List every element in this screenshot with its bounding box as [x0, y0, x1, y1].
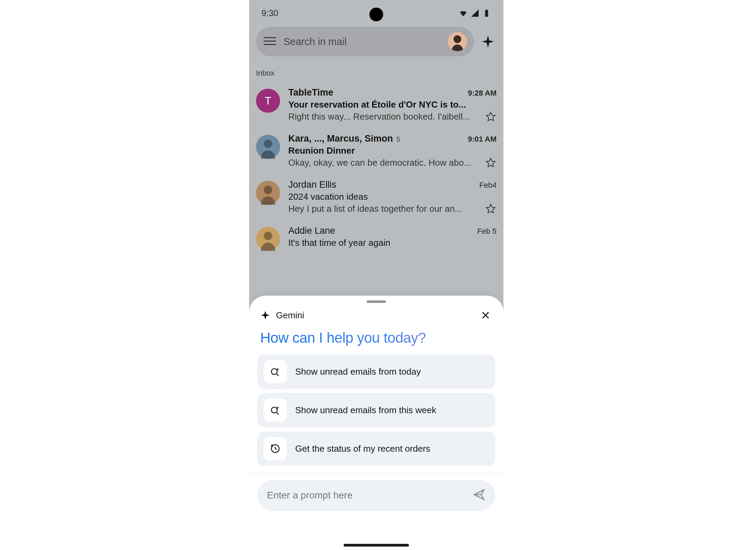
gemini-sparkle-button[interactable]	[479, 33, 497, 50]
email-subject: 2024 vacation ideas	[288, 191, 497, 202]
suggestion-row[interactable]: Get the status of my recent orders	[257, 431, 495, 466]
email-row[interactable]: TTableTime9:28 AMYour reservation at Éto…	[249, 82, 503, 128]
close-button[interactable]	[479, 308, 492, 322]
status-time: 9:30	[262, 8, 278, 18]
star-icon	[485, 157, 497, 168]
email-row[interactable]: Addie LaneFeb 5It's that time of year ag…	[249, 220, 503, 256]
email-sender: TableTime	[288, 87, 333, 98]
sender-avatar[interactable]	[256, 135, 280, 159]
email-snippet: Hey I put a list of ideas together for o…	[288, 204, 481, 214]
star-icon	[485, 111, 497, 122]
status-bar: 9:30	[249, 0, 503, 21]
email-subject: Your reservation at Étoile d'Or NYC is t…	[288, 99, 497, 110]
suggestion-label: Show unread emails from today	[295, 366, 421, 377]
prompt-input-row[interactable]	[257, 480, 495, 511]
nav-gesture-bar[interactable]	[344, 544, 409, 547]
divider	[249, 473, 503, 474]
account-avatar[interactable]	[448, 32, 467, 51]
email-time: 9:01 AM	[468, 135, 497, 144]
suggestion-row[interactable]: Show unread emails from today	[257, 354, 495, 389]
phone-frame: 9:30 Search in mail Inbox TTableT	[249, 0, 503, 550]
email-time: Feb 5	[477, 227, 497, 236]
email-row[interactable]: Kara, ..., Marcus, Simon59:01 AMReunion …	[249, 128, 503, 174]
email-sender: Addie Lane	[288, 226, 335, 236]
svg-point-7	[264, 232, 273, 240]
suggestion-label: Show unread emails from this week	[295, 405, 436, 416]
sheet-header: Gemini	[257, 308, 495, 322]
email-time: Feb4	[479, 181, 497, 190]
star-button[interactable]	[485, 111, 497, 122]
sender-avatar[interactable]: T	[256, 89, 280, 113]
sender-avatar[interactable]	[256, 181, 280, 205]
wifi-icon	[459, 9, 468, 18]
clock-refresh-icon	[264, 437, 287, 460]
sheet-title: How can I help you today?	[260, 330, 492, 346]
hamburger-menu-icon[interactable]	[263, 35, 277, 48]
svg-point-9	[271, 407, 277, 413]
cell-signal-icon	[470, 9, 479, 18]
search-bar[interactable]: Search in mail	[256, 27, 474, 56]
star-icon	[485, 203, 497, 214]
prompt-input[interactable]	[267, 490, 466, 501]
email-row[interactable]: Jordan EllisFeb42024 vacation ideasHey I…	[249, 174, 503, 220]
sparkle-icon	[260, 310, 270, 320]
svg-point-1	[454, 35, 461, 43]
email-subject: Reunion Dinner	[288, 145, 497, 156]
battery-icon	[482, 9, 491, 18]
section-label: Inbox	[249, 61, 503, 82]
email-list: TTableTime9:28 AMYour reservation at Éto…	[249, 82, 503, 256]
search-placeholder: Search in mail	[284, 36, 441, 47]
suggestion-list: Show unread emails from todayShow unread…	[257, 354, 495, 466]
thread-count: 5	[397, 135, 400, 143]
sender-avatar[interactable]	[256, 227, 280, 251]
camera-punchhole	[369, 8, 383, 21]
close-icon	[480, 310, 491, 320]
email-sender: Jordan Ellis	[288, 179, 336, 190]
svg-point-3	[264, 140, 273, 148]
sheet-drag-handle[interactable]	[367, 300, 386, 303]
search-sparkle-icon	[264, 360, 287, 383]
email-snippet: Right this way... Reservation booked. I'…	[288, 111, 481, 122]
svg-point-5	[264, 186, 273, 194]
status-right	[459, 9, 491, 18]
suggestion-label: Get the status of my recent orders	[295, 443, 430, 454]
suggestion-row[interactable]: Show unread emails from this week	[257, 393, 495, 427]
send-button[interactable]	[472, 488, 486, 503]
send-icon	[472, 488, 486, 501]
gemini-bottom-sheet: Gemini How can I help you today? Show un…	[249, 296, 503, 550]
email-snippet: Okay, okay, we can be democratic. How ab…	[288, 157, 481, 168]
email-subject: It's that time of year again	[288, 238, 497, 248]
svg-point-8	[271, 369, 277, 375]
star-button[interactable]	[485, 157, 497, 168]
search-row: Search in mail	[249, 21, 503, 61]
email-sender: Kara, ..., Marcus, Simon5	[288, 133, 400, 144]
search-sparkle-icon	[264, 398, 287, 422]
sheet-brand-label: Gemini	[276, 310, 304, 321]
star-button[interactable]	[485, 203, 497, 214]
email-time: 9:28 AM	[468, 89, 497, 98]
